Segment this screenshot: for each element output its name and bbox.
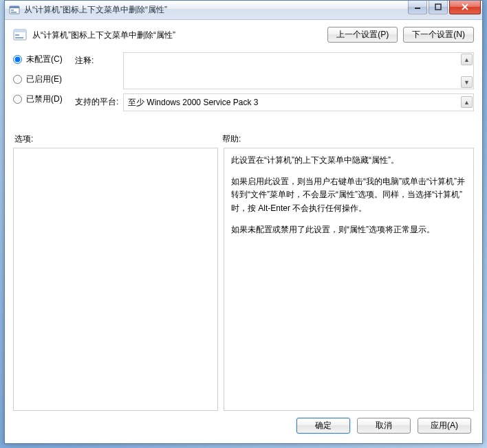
help-label: 帮助: (222, 133, 241, 145)
supported-value: 至少 Windows 2000 Service Pack 3 (128, 98, 258, 107)
options-pane (13, 148, 218, 411)
maximize-button[interactable] (429, 1, 448, 14)
scroll-down-icon[interactable]: ▼ (461, 76, 473, 88)
radio-enabled-label: 已启用(E) (26, 74, 62, 85)
help-paragraph: 如果未配置或禁用了此设置，则“属性”选项将正常显示。 (231, 223, 466, 236)
close-button[interactable] (449, 1, 481, 14)
titlebar: 从“计算机”图标上下文菜单中删除“属性” (5, 1, 482, 20)
radio-disabled[interactable]: 已禁用(D) (13, 93, 75, 105)
config-row: 未配置(C) 已启用(E) 已禁用(D) 注释: ▲ ▼ (13, 52, 474, 115)
svg-rect-5 (435, 4, 441, 10)
content-area: 从“计算机”图标上下文菜单中删除“属性” 上一个设置(P) 下一个设置(N) 未… (5, 20, 482, 443)
svg-rect-4 (415, 8, 420, 9)
app-icon (9, 5, 20, 16)
help-paragraph: 如果启用此设置，则当用户右键单击“我的电脑”或单击“计算机”并转到“文件”菜单时… (231, 175, 466, 215)
radio-group: 未配置(C) 已启用(E) 已禁用(D) (13, 52, 75, 115)
svg-rect-1 (10, 6, 19, 8)
help-pane: 此设置在“计算机”的上下文菜单中隐藏“属性”。 如果启用此设置，则当用户右键单击… (224, 148, 474, 411)
svg-rect-3 (11, 12, 17, 13)
svg-rect-7 (14, 30, 26, 32)
radio-not-configured-input[interactable] (13, 55, 22, 64)
window-title: 从“计算机”图标上下文菜单中删除“属性” (24, 4, 407, 16)
apply-button[interactable]: 应用(A) (418, 418, 471, 434)
policy-title: 从“计算机”图标上下文菜单中删除“属性” (32, 30, 175, 41)
radio-disabled-label: 已禁用(D) (26, 93, 63, 105)
svg-rect-9 (15, 37, 23, 38)
svg-rect-8 (15, 34, 19, 36)
comment-field[interactable]: ▲ ▼ (123, 52, 474, 89)
supported-label: 支持的平台: (75, 93, 123, 108)
comment-label: 注释: (75, 52, 123, 67)
panes-row: 此设置在“计算机”的上下文菜单中隐藏“属性”。 如果启用此设置，则当用户右键单击… (13, 148, 474, 411)
scroll-up-icon[interactable]: ▲ (461, 54, 473, 65)
window-controls (407, 1, 481, 14)
radio-not-configured[interactable]: 未配置(C) (13, 54, 75, 65)
options-label: 选项: (14, 133, 222, 145)
previous-setting-button[interactable]: 上一个设置(P) (327, 27, 398, 43)
dialog-footer: 确定 取消 应用(A) (13, 411, 474, 436)
radio-disabled-input[interactable] (13, 95, 22, 104)
next-setting-button[interactable]: 下一个设置(N) (403, 27, 474, 43)
dialog-window: 从“计算机”图标上下文菜单中删除“属性” (4, 0, 483, 444)
radio-enabled[interactable]: 已启用(E) (13, 74, 75, 85)
help-paragraph: 此设置在“计算机”的上下文菜单中隐藏“属性”。 (231, 154, 466, 167)
radio-not-configured-label: 未配置(C) (26, 54, 63, 65)
cancel-button[interactable]: 取消 (357, 418, 411, 434)
supported-field: 至少 Windows 2000 Service Pack 3 ▲ (123, 93, 474, 111)
policy-icon (13, 28, 27, 42)
header-row: 从“计算机”图标上下文菜单中删除“属性” 上一个设置(P) 下一个设置(N) (13, 27, 474, 43)
radio-enabled-input[interactable] (13, 75, 22, 84)
svg-rect-2 (11, 10, 14, 11)
ok-button[interactable]: 确定 (296, 418, 350, 434)
pane-labels: 选项: 帮助: (13, 133, 474, 145)
minimize-button[interactable] (408, 1, 427, 14)
scroll-up-icon[interactable]: ▲ (461, 96, 473, 108)
